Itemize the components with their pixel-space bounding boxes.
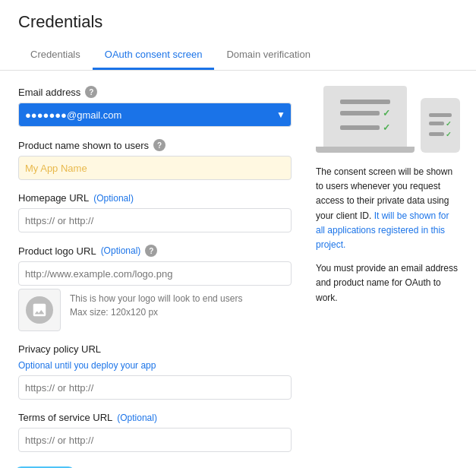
- privacy-optional-link[interactable]: Optional until you deploy your app: [18, 360, 156, 371]
- privacy-policy-label: Privacy policy URL: [18, 343, 292, 355]
- tab-domain-verification[interactable]: Domain verification: [214, 41, 323, 70]
- tabs-bar: Credentials OAuth consent screen Domain …: [18, 41, 458, 70]
- homepage-group: Homepage URL (Optional): [18, 192, 292, 232]
- logo-preview-row: This is how your logo will look to end u…: [18, 289, 292, 331]
- form-panel: Email address ? ●●●●●●●@gmail.com ▼ Prod…: [18, 86, 292, 468]
- info-panel: ✓ ✓ ✓ ✓: [316, 86, 460, 468]
- check-icon-1: ✓: [383, 108, 390, 119]
- product-logo-group: Product logo URL (Optional) ? This is ho…: [18, 245, 292, 331]
- logo-preview: [18, 289, 61, 331]
- check-icon-2: ✓: [383, 122, 390, 133]
- tab-credentials[interactable]: Credentials: [18, 41, 93, 70]
- homepage-label: Homepage URL (Optional): [18, 192, 292, 204]
- email-select-wrapper: ●●●●●●●@gmail.com ▼: [18, 103, 292, 127]
- tos-label: Terms of service URL (Optional): [18, 412, 292, 423]
- phone-line-1: [429, 113, 452, 117]
- tab-oauth-consent[interactable]: OAuth consent screen: [93, 41, 215, 70]
- no-image-icon: [26, 296, 53, 324]
- phone-check-icon-1: ✓: [446, 120, 452, 128]
- laptop-check-line-1: ✓: [340, 108, 390, 119]
- tos-input[interactable]: [18, 428, 292, 452]
- logo-info: This is how your logo will look to end u…: [70, 289, 242, 319]
- product-logo-help-icon[interactable]: ?: [145, 245, 157, 257]
- content-area: Email address ? ●●●●●●●@gmail.com ▼ Prod…: [0, 71, 476, 468]
- page-header: Credentials Credentials OAuth consent sc…: [0, 0, 476, 71]
- product-name-input[interactable]: [18, 156, 292, 180]
- email-help-icon[interactable]: ?: [85, 86, 97, 98]
- laptop-base: [316, 147, 415, 153]
- product-name-label: Product name shown to users ?: [18, 139, 292, 151]
- product-logo-label: Product logo URL (Optional) ?: [18, 245, 292, 257]
- privacy-policy-group: Privacy policy URL Optional until you de…: [18, 343, 292, 400]
- product-name-group: Product name shown to users ?: [18, 139, 292, 180]
- email-label: Email address ?: [18, 86, 292, 98]
- product-logo-input[interactable]: [18, 261, 292, 286]
- device-illustration: ✓ ✓ ✓ ✓: [316, 86, 460, 153]
- consent-description-2: You must provide an email address and pr…: [316, 261, 460, 305]
- phone-check-icon-2: ✓: [446, 131, 452, 138]
- laptop-check-line-2: ✓: [340, 122, 390, 133]
- phone-check-line-1: ✓: [429, 120, 452, 128]
- email-group: Email address ? ●●●●●●●@gmail.com ▼: [18, 86, 292, 127]
- homepage-input[interactable]: [18, 208, 292, 232]
- laptop-line-1: [340, 100, 390, 104]
- phone-icon: ✓ ✓: [421, 98, 460, 153]
- tos-group: Terms of service URL (Optional): [18, 412, 292, 452]
- phone-check-line-2: ✓: [429, 131, 452, 138]
- privacy-policy-input[interactable]: [18, 375, 292, 400]
- product-name-help-icon[interactable]: ?: [153, 139, 165, 151]
- consent-description-1: The consent screen will be shown to user…: [316, 165, 460, 252]
- page-title: Credentials: [18, 12, 458, 32]
- laptop-icon: ✓ ✓: [323, 86, 407, 147]
- email-select[interactable]: ●●●●●●●@gmail.com: [18, 103, 292, 127]
- laptop-wrapper: ✓ ✓: [316, 86, 415, 153]
